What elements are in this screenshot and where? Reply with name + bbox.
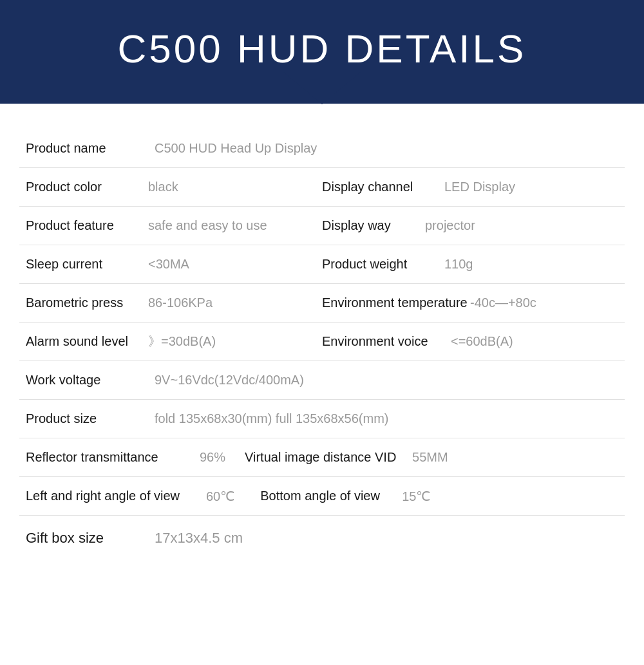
angle-row: Left and right angle of view 60℃ Bottom … [19, 477, 625, 516]
barometric-label: Barometric press [26, 295, 148, 310]
product-size-label: Product size [26, 411, 155, 426]
display-channel-value: LED Display [444, 180, 515, 194]
virtual-image-value: 55MM [412, 450, 448, 465]
display-way-label: Display way [322, 218, 425, 233]
reflector-row: Reflector transmittance 96% Virtual imag… [19, 438, 625, 477]
product-feature-row: Product feature safe and easy to use Dis… [19, 207, 625, 245]
product-color-label: Product color [26, 180, 148, 194]
barometric-row: Barometric press 86-106KPa Environment t… [19, 284, 625, 323]
left-right-angle-label: Left and right angle of view [26, 489, 206, 503]
header-notch [283, 72, 361, 104]
alarm-half: Alarm sound level 》=30dB(A) [26, 333, 322, 350]
product-weight-label: Product weight [322, 257, 444, 272]
work-voltage-value: 9V~16Vdc(12Vdc/400mA) [155, 373, 304, 388]
environment-temperature-label: Environment temperature [322, 295, 470, 310]
product-name-value: C500 HUD Head Up Display [155, 141, 317, 156]
reflector-transmittance-label: Reflector transmittance [26, 450, 200, 465]
reflector-transmittance-value: 96% [200, 450, 225, 465]
header: C500 HUD DETAILS [0, 0, 644, 104]
page-title: C500 HUD DETAILS [13, 26, 631, 71]
environment-voice-label: Environment voice [322, 334, 451, 349]
bottom-angle-label: Bottom angle of view [260, 489, 402, 503]
sleep-current-half: Sleep current <30MA [26, 257, 322, 272]
environment-temperature-value: -40c—+80c [470, 295, 536, 310]
product-name-row: Product name C500 HUD Head Up Display [19, 129, 625, 168]
alarm-sound-level-value: 》=30dB(A) [148, 333, 216, 350]
product-color-half: Product color black [26, 180, 322, 194]
sleep-current-label: Sleep current [26, 257, 148, 272]
product-feature-value: safe and easy to use [148, 218, 267, 233]
environment-voice-value: <=60dB(A) [451, 334, 513, 349]
left-right-angle-value: 60℃ [206, 489, 234, 504]
barometric-value: 86-106KPa [148, 295, 213, 310]
barometric-half: Barometric press 86-106KPa [26, 295, 322, 310]
virtual-image-label: Virtual image distance VID [245, 450, 412, 465]
sleep-current-value: <30MA [148, 257, 189, 272]
environment-temp-half: Environment temperature -40c—+80c [322, 295, 618, 310]
display-channel-label: Display channel [322, 180, 444, 194]
work-voltage-label: Work voltage [26, 373, 155, 388]
bottom-angle-value: 15℃ [402, 489, 430, 504]
product-feature-half: Product feature safe and easy to use [26, 218, 322, 233]
content-area: Product name C500 HUD Head Up Display Pr… [0, 104, 644, 580]
product-name-label: Product name [26, 141, 155, 156]
gift-box-row: Gift box size 17x13x4.5 cm [19, 516, 625, 561]
sleep-current-row: Sleep current <30MA Product weight 110g [19, 245, 625, 284]
gift-box-size-value: 17x13x4.5 cm [155, 530, 243, 547]
product-color-row: Product color black Display channel LED … [19, 168, 625, 207]
product-size-row: Product size fold 135x68x30(mm) full 135… [19, 400, 625, 438]
product-feature-label: Product feature [26, 218, 148, 233]
alarm-row: Alarm sound level 》=30dB(A) Environment … [19, 323, 625, 361]
product-weight-value: 110g [444, 257, 473, 272]
display-channel-half: Display channel LED Display [322, 180, 618, 194]
display-way-value: projector [425, 218, 475, 233]
product-weight-half: Product weight 110g [322, 257, 618, 272]
environment-voice-half: Environment voice <=60dB(A) [322, 334, 618, 349]
gift-box-size-label: Gift box size [26, 530, 155, 547]
product-color-value: black [148, 180, 178, 194]
work-voltage-row: Work voltage 9V~16Vdc(12Vdc/400mA) [19, 361, 625, 400]
alarm-sound-level-label: Alarm sound level [26, 334, 148, 349]
product-size-value: fold 135x68x30(mm) full 135x68x56(mm) [155, 411, 389, 426]
display-way-half: Display way projector [322, 218, 618, 233]
